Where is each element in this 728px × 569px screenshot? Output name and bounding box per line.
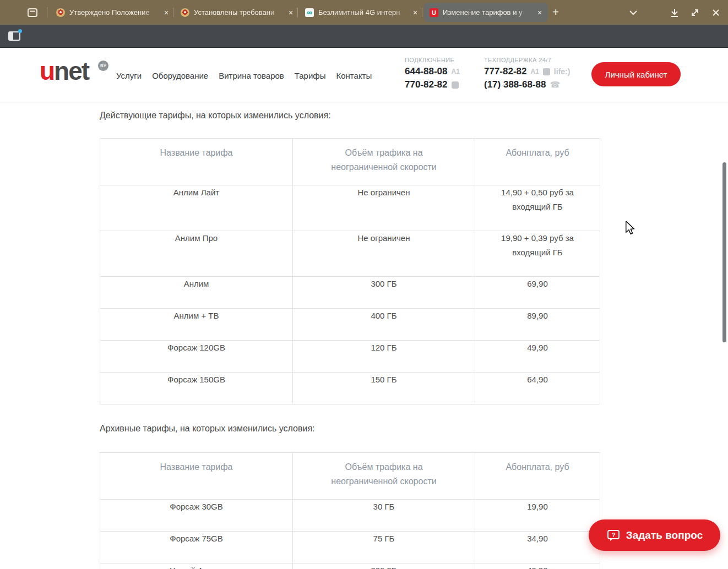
table-row: Форсаж 30GB30 ГБ19,90 [100, 500, 600, 532]
titlebar-divider [47, 7, 47, 18]
column-header-text: Название тарифа [160, 460, 233, 474]
firefox-view-icon[interactable] [25, 6, 40, 19]
column-header: Объём трафика на неограниченной скорости [293, 139, 475, 185]
a1-operator-icon: A1 [452, 68, 460, 75]
browser-toolbar: ← → ↻ unet.by/news/company/lte-new-tarri… [0, 25, 728, 48]
table-row: Форсаж 75GB75 ГБ34,90 [100, 532, 600, 563]
tab-close-icon[interactable]: × [162, 9, 170, 17]
nav-item-витрина-товаров[interactable]: Витрина товаров [219, 71, 284, 80]
phone-number[interactable]: 770-82-82 [405, 78, 460, 91]
tariff-table: Название тарифаОбъём трафика на неограни… [100, 138, 600, 404]
traffic-cell: Не ограничен [293, 185, 475, 231]
personal-account-button[interactable]: Личный кабинет [591, 62, 681, 86]
tariff-table: Название тарифаОбъём трафика на неограни… [100, 452, 600, 569]
phone-number-text: 770-82-82 [405, 79, 448, 90]
traffic-cell: 120 ГБ [293, 341, 475, 373]
nav-item-услуги[interactable]: Услуги [116, 71, 142, 80]
nav-item-контакты[interactable]: Контакты [336, 71, 372, 80]
section-heading-active: Действующие тарифы, на которых изменилис… [100, 102, 600, 121]
unet-logo[interactable]: unet [40, 58, 89, 84]
tariff-name-cell: Форсаж 30GB [100, 500, 293, 532]
article-content: Действующие тарифы, на которых изменилис… [100, 102, 600, 569]
column-header-text: Абонплата, руб [506, 146, 569, 160]
ask-question-label: Задать вопрос [626, 529, 703, 541]
traffic-cell: Не ограничен [293, 231, 475, 277]
support-phones: ТЕХПОДДЕРЖКА 24/7777-82-82A1life:)(17) 3… [484, 57, 570, 91]
window-titlebar: Утверждено Положение×Установлены требова… [0, 0, 728, 25]
column-header: Абонплата, руб [475, 139, 600, 185]
tab-title: Утверждено Положение [69, 8, 160, 17]
price-cell: 34,90 [475, 532, 600, 563]
price-cell: 19,90 + 0,39 руб за входящий ГБ [475, 231, 600, 277]
table-header-row: Название тарифаОбъём трафика на неограни… [100, 139, 600, 185]
tab-separator [422, 8, 422, 17]
connection-phones: ПОДКЛЮЧЕНИЕ644-88-08A1770-82-82 [405, 57, 460, 91]
emblem-favicon-icon [56, 8, 65, 17]
price-cell: 49,90 [475, 563, 600, 569]
unet-favicon-icon: U [430, 8, 438, 17]
tariff-name-cell: Форсаж 150GB [100, 373, 293, 404]
sidebar-toggle-icon[interactable] [8, 31, 20, 41]
table-row: Анлим + ТВ400 ГБ89,90 [100, 309, 600, 341]
traffic-cell: 75 ГБ [293, 532, 475, 563]
column-header: Название тарифа [100, 139, 293, 185]
tab-close-icon[interactable]: × [287, 9, 295, 17]
tariff-name-cell: Анлим [100, 277, 293, 309]
mts-operator-icon [452, 81, 459, 89]
price-cell: 14,90 + 0,50 руб за входящий ГБ [475, 185, 600, 231]
phone-group-label: ТЕХПОДДЕРЖКА 24/7 [484, 57, 570, 63]
tariff-name-cell: Форсаж 75GB [100, 532, 293, 563]
price-cell: 49,90 [475, 341, 600, 373]
table-row: Анлим300 ГБ69,90 [100, 277, 600, 309]
browser-tab[interactable]: UИзменение тарифов и у× [424, 3, 548, 22]
new-tab-button[interactable]: + [548, 4, 563, 20]
active-tariffs-table: Название тарифаОбъём трафика на неограни… [100, 138, 600, 404]
phone-number[interactable]: 644-88-08A1 [405, 65, 460, 78]
mts-operator-icon [543, 68, 550, 75]
mouse-cursor [624, 221, 636, 236]
infinity-favicon-icon: ∞ [305, 8, 314, 17]
restore-window-icon[interactable] [688, 6, 702, 19]
ask-question-button[interactable]: ? Задать вопрос [589, 519, 720, 551]
nav-item-тарифы[interactable]: Тарифы [295, 71, 326, 80]
price-cell: 19,90 [475, 500, 600, 532]
landline-operator-icon: ☎ [550, 80, 560, 90]
table-row: Форсаж 120GB120 ГБ49,90 [100, 341, 600, 373]
table-row: Умный Анлим300 ГБ49,90 [100, 563, 600, 569]
tab-list-chevron-icon[interactable] [627, 6, 640, 19]
life-operator-icon: life:) [554, 67, 571, 76]
tab-separator [173, 8, 173, 17]
column-header-text: Объём трафика на неограниченной скорости [315, 460, 453, 489]
table-row: Форсаж 150GB150 ГБ64,90 [100, 373, 600, 404]
browser-tab[interactable]: Утверждено Положение× [51, 3, 175, 22]
tab-close-icon[interactable]: × [411, 9, 419, 17]
tariff-name-cell: Анлим Лайт [100, 185, 293, 231]
phone-number[interactable]: 777-82-82A1life:) [484, 65, 570, 78]
phone-group-label: ПОДКЛЮЧЕНИЕ [405, 57, 460, 63]
browser-tab[interactable]: Установлены требовани× [175, 3, 299, 22]
column-header: Объём трафика на неограниченной скорости [293, 453, 475, 500]
traffic-cell: 150 ГБ [293, 373, 475, 404]
traffic-cell: 400 ГБ [293, 309, 475, 341]
scrollbar-thumb[interactable] [722, 162, 726, 342]
tab-close-icon[interactable]: × [536, 9, 544, 17]
tariff-name-cell: Умный Анлим [100, 563, 293, 569]
page-viewport: unet BY УслугиОборудованиеВитрина товаро… [0, 48, 728, 569]
phone-number-text: 644-88-08 [405, 66, 448, 77]
close-window-icon[interactable] [709, 6, 722, 19]
tab-separator [297, 8, 298, 17]
phone-number[interactable]: (17) 388-68-88☎ [484, 78, 570, 91]
price-cell: 89,90 [475, 309, 600, 341]
browser-tab[interactable]: ∞Безлимитный 4G интерн× [300, 3, 423, 22]
downloads-icon[interactable] [668, 6, 681, 19]
site-header: unet BY УслугиОборудованиеВитрина товаро… [0, 48, 728, 102]
table-row: Анлим ПроНе ограничен19,90 + 0,39 руб за… [100, 231, 600, 277]
a1-operator-icon: A1 [531, 68, 539, 75]
question-bubble-icon: ? [606, 528, 621, 543]
traffic-cell: 300 ГБ [293, 277, 475, 309]
column-header: Абонплата, руб [475, 453, 600, 500]
traffic-cell: 300 ГБ [293, 563, 475, 569]
nav-item-оборудование[interactable]: Оборудование [152, 71, 208, 80]
table-row: Анлим ЛайтНе ограничен14,90 + 0,50 руб з… [100, 185, 600, 231]
emblem-favicon-icon [181, 8, 189, 17]
